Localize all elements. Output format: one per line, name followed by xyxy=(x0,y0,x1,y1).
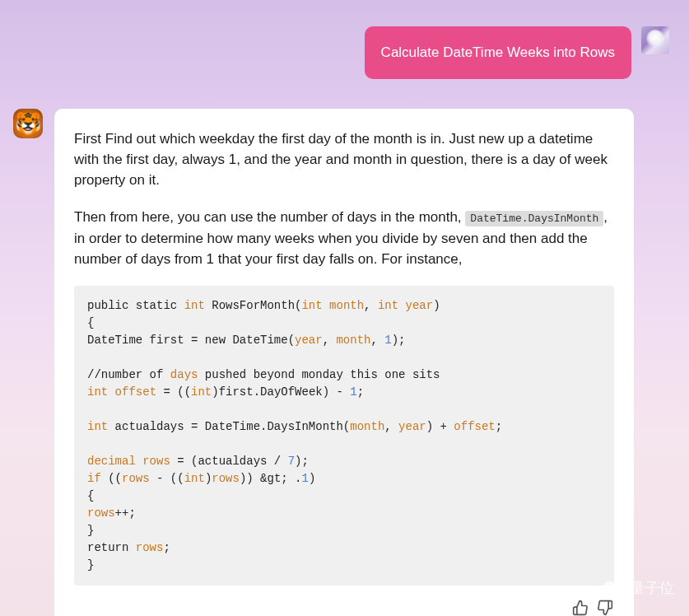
assistant-paragraph-2: Then from here, you can use the number o… xyxy=(74,207,614,268)
user-message-bubble: Calculate DateTime Weeks into Rows xyxy=(365,26,631,79)
chat-container: Calculate DateTime Weeks into Rows 🐯 Fir… xyxy=(0,0,689,616)
inline-code-daysinmonth: DateTime.DaysInMonth xyxy=(465,211,603,226)
thumbs-up-icon[interactable] xyxy=(571,599,589,616)
wechat-icon xyxy=(603,580,625,596)
assistant-message-row: 🐯 First Find out which weekday the first… xyxy=(13,109,669,616)
para2-before: Then from here, you can use the number o… xyxy=(74,209,465,225)
thumbs-down-icon[interactable] xyxy=(596,599,614,616)
user-avatar[interactable] xyxy=(641,26,669,54)
user-message-row: Calculate DateTime Weeks into Rows xyxy=(13,26,669,79)
assistant-message-bubble: First Find out which weekday the first d… xyxy=(54,109,634,616)
tiger-icon: 🐯 xyxy=(15,111,41,137)
user-message-text: Calculate DateTime Weeks into Rows xyxy=(381,44,615,60)
watermark-text: 量子位 xyxy=(630,578,674,598)
watermark: 量子位 xyxy=(603,578,674,598)
assistant-avatar[interactable]: 🐯 xyxy=(13,109,43,138)
code-block[interactable]: public static int RowsForMonth(int month… xyxy=(74,286,614,586)
feedback-row xyxy=(74,595,614,616)
assistant-paragraph-1: First Find out which weekday the first d… xyxy=(74,128,614,190)
